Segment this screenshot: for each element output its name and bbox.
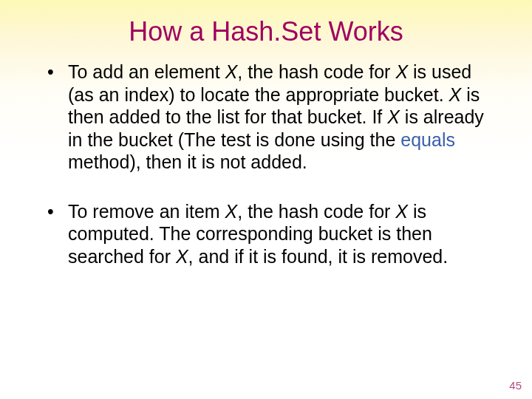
slide-title: How a Hash.Set Works: [0, 0, 532, 61]
bullet-list: To add an element X, the hash code for X…: [47, 61, 497, 267]
text-run: To add an element: [68, 61, 225, 82]
variable-x: X: [225, 61, 238, 82]
variable-x: X: [225, 201, 238, 222]
text-run: , the hash code for: [237, 61, 395, 82]
variable-x: X: [449, 84, 462, 105]
slide: How a Hash.Set Works To add an element X…: [0, 0, 532, 399]
page-number: 45: [509, 379, 522, 392]
text-run: To remove an item: [68, 201, 225, 222]
bullet-item: To remove an item X, the hash code for X…: [47, 200, 497, 268]
text-run: , the hash code for: [237, 201, 395, 222]
slide-body: To add an element X, the hash code for X…: [0, 61, 532, 267]
bullet-item: To add an element X, the hash code for X…: [47, 61, 497, 174]
keyword-equals: equals: [400, 129, 455, 150]
text-run: method), then it is not added.: [68, 151, 307, 172]
variable-x: X: [176, 246, 188, 267]
variable-x: X: [395, 201, 408, 222]
variable-x: X: [387, 106, 400, 127]
text-run: , and if it is found, it is removed.: [188, 246, 449, 267]
variable-x: X: [395, 61, 408, 82]
